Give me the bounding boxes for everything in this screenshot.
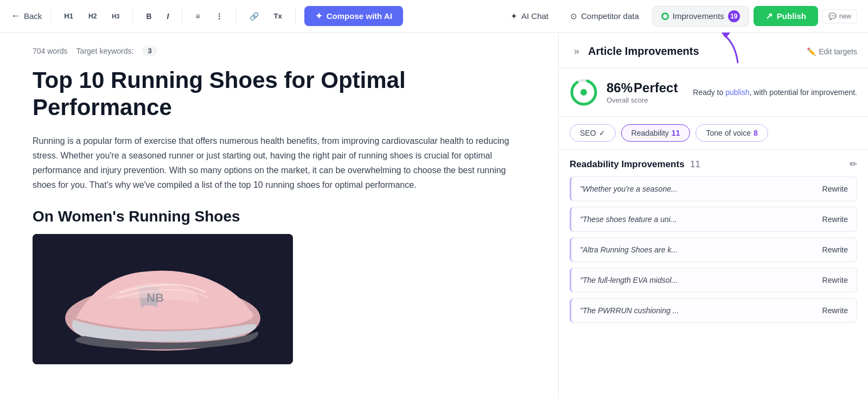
score-text-block: 86% Perfect Overall score — [607, 80, 684, 104]
score-suffix: Perfect — [634, 80, 678, 96]
tab-tone-label: Tone of voice — [706, 129, 751, 137]
improvement-item-5: "The PWRRUN cushioning ... Rewrite — [570, 298, 857, 323]
clear-format-icon: Tx — [274, 12, 282, 20]
rewrite-button-4[interactable]: Rewrite — [822, 276, 848, 284]
separator-5 — [295, 9, 296, 24]
collapse-sidebar-button[interactable]: » — [570, 42, 584, 60]
new-button[interactable]: 💬 new — [822, 9, 857, 23]
publish-link[interactable]: publish — [725, 88, 749, 97]
tab-readability-count: 11 — [672, 129, 680, 137]
score-section: 86% Perfect Overall score Ready to publi… — [559, 68, 868, 117]
competitor-data-button[interactable]: ⊙ Competitor data — [561, 7, 648, 26]
article-title: Top 10 Running Shoes for Optimal Perform… — [33, 67, 526, 122]
word-count-bar: 704 words Target keywords: 3 — [33, 46, 526, 56]
competitor-icon: ⊙ — [570, 11, 577, 21]
sidebar-panel: » Article Improvements ✏️ Edit targets 8… — [559, 33, 868, 399]
score-donut-chart — [570, 78, 598, 106]
ai-chat-icon: ✦ — [510, 11, 518, 21]
edit-icon: ✏️ — [807, 47, 816, 56]
improvement-quote-1: "Whether you're a seasone... — [580, 185, 817, 193]
tab-seo-label: SEO — [580, 129, 596, 137]
svg-point-6 — [580, 89, 587, 96]
format-h3-button[interactable]: H3 — [107, 10, 124, 22]
separator-2 — [132, 9, 133, 24]
format-h1-button[interactable]: H1 — [60, 9, 78, 23]
improvements-count: 11 — [690, 159, 700, 169]
improvements-section: Readability Improvements 11 ✏ "Whether y… — [559, 150, 868, 399]
tab-readability[interactable]: Readability 11 — [621, 124, 691, 142]
compose-ai-button[interactable]: ✦ Compose with AI — [304, 6, 403, 26]
compose-ai-icon: ✦ — [315, 11, 322, 21]
unordered-list-button[interactable]: ⋮ — [211, 9, 227, 23]
tab-tone-count: 8 — [754, 129, 758, 137]
publish-button[interactable]: ↗ Publish — [754, 6, 818, 26]
improvement-quote-4: "The full-length EVA midsol... — [580, 276, 817, 284]
sidebar-header: » Article Improvements ✏️ Edit targets — [559, 33, 868, 68]
tab-readability-label: Readability — [631, 129, 669, 137]
link-icon: 🔗 — [250, 12, 259, 21]
ai-chat-button[interactable]: ✦ AI Chat — [502, 7, 557, 26]
word-count: 704 words — [33, 47, 68, 55]
rewrite-button-3[interactable]: Rewrite — [822, 245, 848, 254]
tab-seo[interactable]: SEO ✓ — [570, 124, 616, 142]
edit-improvements-button[interactable]: ✏ — [850, 159, 857, 170]
target-keywords-label: Target keywords: — [76, 47, 134, 55]
link-button[interactable]: 🔗 — [245, 9, 263, 23]
back-button[interactable]: ← Back — [11, 10, 42, 22]
ordered-list-icon: ≡ — [195, 12, 200, 21]
improvement-item-4: "The full-length EVA midsol... Rewrite — [570, 268, 857, 293]
improvement-item-2: "These shoes feature a uni... Rewrite — [570, 207, 857, 232]
article-h2: On Women's Running Shoes — [33, 208, 526, 225]
ordered-list-button[interactable]: ≡ — [191, 9, 204, 23]
back-arrow-icon: ← — [11, 10, 21, 22]
improvement-quote-2: "These shoes feature a uni... — [580, 215, 817, 224]
improvement-quote-3: "Altra Running Shoes are k... — [580, 245, 817, 254]
separator-1 — [50, 9, 51, 24]
score-label: Overall score — [607, 96, 684, 104]
improvement-item-3: "Altra Running Shoes are k... Rewrite — [570, 237, 857, 262]
collapse-icon: » — [574, 46, 579, 56]
publish-icon: ↗ — [765, 11, 773, 21]
improvement-item-1: "Whether you're a seasone... Rewrite — [570, 176, 857, 201]
editor-panel: 704 words Target keywords: 3 Top 10 Runn… — [0, 33, 559, 399]
improvements-button[interactable]: Improvements 19 — [652, 6, 749, 27]
improvement-quote-5: "The PWRRUN cushioning ... — [580, 306, 817, 315]
score-percent: 86% — [607, 80, 633, 96]
svg-text:NB: NB — [146, 291, 164, 305]
unordered-list-icon: ⋮ — [215, 12, 223, 21]
chat-icon: 💬 — [828, 12, 837, 20]
improvements-heading-text: Readability Improvements — [570, 159, 685, 169]
score-description: Ready to publish, with potential for imp… — [693, 87, 857, 98]
check-icon: ✓ — [599, 129, 605, 137]
tabs-row: SEO ✓ Readability 11 Tone of voice 8 — [559, 117, 868, 150]
rewrite-button-2[interactable]: Rewrite — [822, 215, 848, 224]
tab-tone-of-voice[interactable]: Tone of voice 8 — [695, 124, 768, 142]
format-h2-button[interactable]: H2 — [84, 10, 101, 23]
edit-targets-button[interactable]: ✏️ Edit targets — [807, 47, 857, 56]
shoe-image: NB — [33, 234, 293, 364]
bold-button[interactable]: B — [142, 9, 156, 23]
edit-improvements-icon: ✏ — [850, 159, 857, 169]
italic-button[interactable]: I — [163, 9, 174, 23]
topbar-right: ✦ AI Chat ⊙ Competitor data Improvements… — [502, 6, 857, 27]
rewrite-button-1[interactable]: Rewrite — [822, 185, 848, 193]
improvements-badge: 19 — [728, 10, 740, 22]
separator-4 — [236, 9, 237, 24]
improvements-dot-icon — [661, 12, 669, 20]
back-label: Back — [24, 11, 42, 21]
clear-format-button[interactable]: Tx — [270, 9, 286, 23]
separator-3 — [182, 9, 182, 24]
main-area: 704 words Target keywords: 3 Top 10 Runn… — [0, 33, 868, 399]
keyword-badge: 3 — [142, 46, 157, 56]
topbar: ← Back H1 H2 H3 B I ≡ ⋮ 🔗 Tx ✦ Compose w… — [0, 0, 868, 33]
improvements-heading: Readability Improvements 11 ✏ — [570, 150, 857, 176]
rewrite-button-5[interactable]: Rewrite — [822, 306, 848, 315]
sidebar-title: Article Improvements — [588, 45, 699, 58]
article-body: Running is a popular form of exercise th… — [33, 134, 526, 193]
